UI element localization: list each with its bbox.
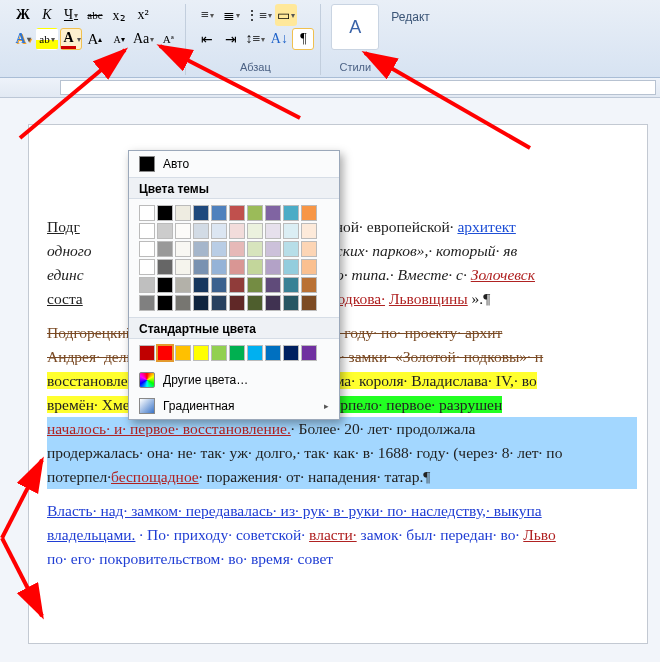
color-swatch[interactable] — [229, 295, 245, 311]
color-swatch[interactable] — [229, 223, 245, 239]
show-marks-button[interactable]: ¶ — [292, 28, 314, 50]
text: власти· — [309, 526, 357, 543]
color-swatch[interactable] — [301, 223, 317, 239]
color-swatch[interactable] — [229, 241, 245, 257]
color-swatch[interactable] — [301, 277, 317, 293]
color-swatch[interactable] — [139, 277, 155, 293]
color-swatch[interactable] — [193, 345, 209, 361]
color-swatch[interactable] — [139, 205, 155, 221]
color-swatch[interactable] — [175, 259, 191, 275]
color-swatch[interactable] — [211, 345, 227, 361]
color-swatch[interactable] — [193, 295, 209, 311]
underline-button[interactable]: Ч▾ — [60, 4, 82, 26]
color-swatch[interactable] — [247, 205, 263, 221]
numbering-button[interactable]: ≣▾ — [220, 4, 242, 26]
inc-indent-button[interactable]: ⇥ — [220, 28, 242, 50]
text-effects-button[interactable]: A▾ — [12, 28, 34, 50]
dec-indent-button[interactable]: ⇤ — [196, 28, 218, 50]
color-swatch[interactable] — [139, 241, 155, 257]
color-swatch[interactable] — [229, 259, 245, 275]
color-swatch[interactable] — [265, 345, 281, 361]
color-swatch[interactable] — [283, 345, 299, 361]
italic-button[interactable]: К — [36, 4, 58, 26]
color-swatch[interactable] — [139, 345, 155, 361]
color-swatch[interactable] — [301, 345, 317, 361]
color-swatch[interactable] — [211, 295, 227, 311]
color-swatch[interactable] — [265, 241, 281, 257]
color-swatch[interactable] — [175, 345, 191, 361]
color-swatch[interactable] — [157, 241, 173, 257]
color-swatch[interactable] — [247, 295, 263, 311]
color-swatch[interactable] — [157, 205, 173, 221]
subscript-button[interactable]: x₂ — [108, 4, 130, 26]
bullets-button[interactable]: ≡▾ — [196, 4, 218, 26]
color-swatch[interactable] — [157, 259, 173, 275]
shading-button[interactable]: ▭▾ — [275, 4, 297, 26]
color-swatch[interactable] — [283, 223, 299, 239]
color-swatch[interactable] — [157, 345, 173, 361]
color-swatch[interactable] — [301, 295, 317, 311]
color-swatch[interactable] — [283, 295, 299, 311]
color-swatch[interactable] — [247, 345, 263, 361]
standard-color-grid — [129, 339, 339, 367]
auto-color-item[interactable]: Авто — [129, 151, 339, 177]
color-swatch[interactable] — [283, 205, 299, 221]
font-color-button[interactable]: A▾ — [60, 28, 82, 50]
ribbon: Ж К Ч▾ abc x₂ x² A▾ ab▾ A▾ A▴ A▾ Aa▾ Aª … — [0, 0, 660, 78]
color-swatch[interactable] — [301, 259, 317, 275]
color-swatch[interactable] — [139, 295, 155, 311]
color-swatch[interactable] — [229, 345, 245, 361]
font-color-dropdown: Авто Цвета темы Стандартные цвета Другие… — [128, 150, 340, 420]
color-swatch[interactable] — [175, 205, 191, 221]
color-swatch[interactable] — [211, 241, 227, 257]
color-swatch[interactable] — [157, 223, 173, 239]
color-swatch[interactable] — [265, 277, 281, 293]
color-swatch[interactable] — [175, 277, 191, 293]
color-swatch[interactable] — [265, 205, 281, 221]
grow-font-button[interactable]: A▴ — [84, 28, 106, 50]
color-swatch[interactable] — [193, 259, 209, 275]
shrink-font-button[interactable]: A▾ — [108, 28, 130, 50]
color-swatch[interactable] — [265, 295, 281, 311]
color-swatch[interactable] — [139, 259, 155, 275]
sort-button[interactable]: A↓ — [268, 28, 290, 50]
color-swatch[interactable] — [211, 223, 227, 239]
color-swatch[interactable] — [193, 223, 209, 239]
color-swatch[interactable] — [175, 223, 191, 239]
color-swatch[interactable] — [193, 241, 209, 257]
gradient-item[interactable]: Градиентная ▸ — [129, 393, 339, 419]
color-swatch[interactable] — [247, 277, 263, 293]
color-swatch[interactable] — [283, 241, 299, 257]
change-case-button[interactable]: Aa▾ — [132, 28, 155, 50]
other-colors-item[interactable]: Другие цвета… — [129, 367, 339, 393]
color-swatch[interactable] — [283, 277, 299, 293]
color-swatch[interactable] — [247, 241, 263, 257]
color-swatch[interactable] — [247, 223, 263, 239]
color-swatch[interactable] — [157, 295, 173, 311]
color-swatch[interactable] — [211, 259, 227, 275]
color-swatch[interactable] — [301, 205, 317, 221]
clear-format-button[interactable]: Aª — [157, 28, 179, 50]
strike-button[interactable]: abc — [84, 4, 106, 26]
color-swatch[interactable] — [283, 259, 299, 275]
multilevel-button[interactable]: ⋮≡▾ — [244, 4, 273, 26]
color-swatch[interactable] — [193, 277, 209, 293]
color-swatch[interactable] — [193, 205, 209, 221]
line-spacing-button[interactable]: ↕≡▾ — [244, 28, 266, 50]
color-swatch[interactable] — [229, 205, 245, 221]
color-swatch[interactable] — [157, 277, 173, 293]
styles-gallery[interactable]: A — [331, 4, 379, 50]
color-swatch[interactable] — [247, 259, 263, 275]
color-swatch[interactable] — [265, 259, 281, 275]
color-swatch[interactable] — [301, 241, 317, 257]
color-swatch[interactable] — [139, 223, 155, 239]
color-swatch[interactable] — [229, 277, 245, 293]
color-swatch[interactable] — [211, 277, 227, 293]
color-swatch[interactable] — [265, 223, 281, 239]
color-swatch[interactable] — [175, 241, 191, 257]
color-swatch[interactable] — [175, 295, 191, 311]
highlight-button[interactable]: ab▾ — [36, 28, 58, 50]
superscript-button[interactable]: x² — [132, 4, 154, 26]
bold-button[interactable]: Ж — [12, 4, 34, 26]
color-swatch[interactable] — [211, 205, 227, 221]
